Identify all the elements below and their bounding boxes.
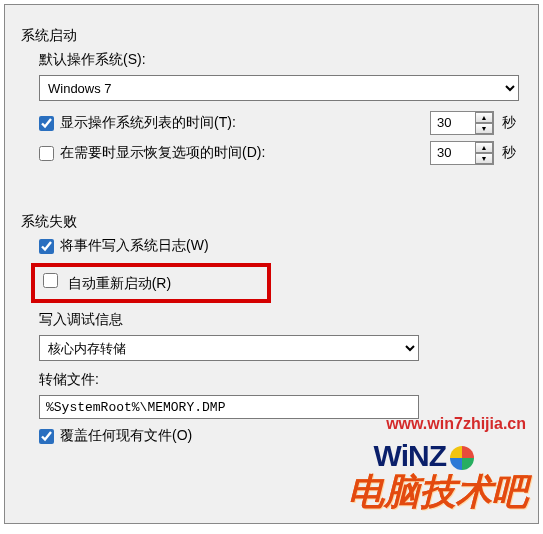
show-os-list-checkbox[interactable]: [39, 116, 54, 131]
dump-file-input[interactable]: [39, 395, 419, 419]
show-os-list-seconds-value: 30: [431, 112, 475, 134]
overwrite-checkbox[interactable]: [39, 429, 54, 444]
overwrite-label: 覆盖任何现有文件(O): [60, 427, 192, 445]
default-os-select[interactable]: Windows 7: [39, 75, 519, 101]
default-os-label: 默认操作系统(S):: [39, 51, 146, 69]
watermark-url: www.win7zhijia.cn: [386, 415, 526, 433]
show-recovery-seconds-spinner[interactable]: 30 ▲ ▼: [430, 141, 494, 165]
failure-group-title: 系统失败: [21, 213, 522, 231]
startup-group-title: 系统启动: [21, 27, 522, 45]
dump-file-label: 转储文件:: [39, 371, 99, 389]
auto-restart-highlight: 自动重新启动(R): [31, 263, 271, 303]
auto-restart-checkbox[interactable]: [43, 273, 58, 288]
write-log-label: 将事件写入系统日志(W): [60, 237, 209, 255]
windows-flag-icon: [450, 446, 474, 470]
show-recovery-down-button[interactable]: ▼: [475, 153, 493, 164]
show-os-list-seconds-spinner[interactable]: 30 ▲ ▼: [430, 111, 494, 135]
show-os-list-label: 显示操作系统列表的时间(T):: [60, 114, 422, 132]
show-recovery-unit: 秒: [502, 144, 522, 162]
auto-restart-label: 自动重新启动(R): [68, 275, 171, 291]
show-recovery-up-button[interactable]: ▲: [475, 142, 493, 153]
show-recovery-seconds-value: 30: [431, 142, 475, 164]
startup-recovery-dialog: 系统启动 默认操作系统(S): Windows 7 显示操作系统列表的时间(T)…: [4, 4, 539, 524]
debug-info-title: 写入调试信息: [39, 311, 123, 329]
show-recovery-label: 在需要时显示恢复选项的时间(D):: [60, 144, 422, 162]
watermark-logo: 电脑技术吧: [348, 468, 528, 517]
write-log-checkbox[interactable]: [39, 239, 54, 254]
show-os-down-button[interactable]: ▼: [475, 123, 493, 134]
show-os-up-button[interactable]: ▲: [475, 112, 493, 123]
show-os-list-unit: 秒: [502, 114, 522, 132]
dump-type-select[interactable]: 核心内存转储: [39, 335, 419, 361]
show-recovery-checkbox[interactable]: [39, 146, 54, 161]
